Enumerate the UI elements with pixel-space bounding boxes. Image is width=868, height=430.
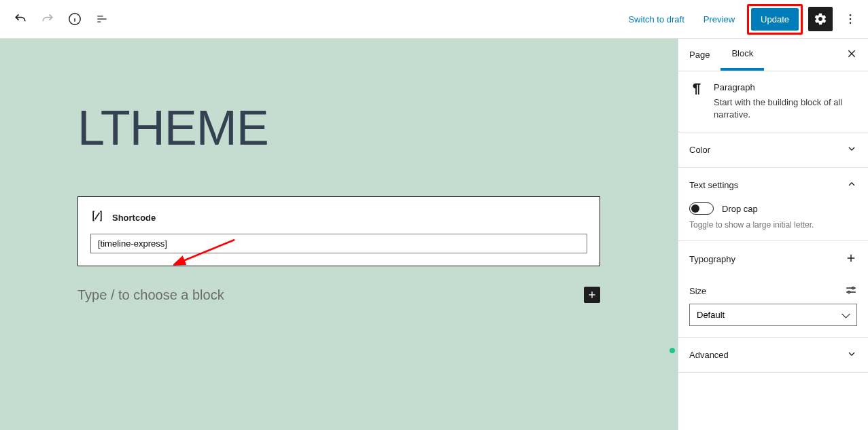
redo-button (35, 7, 60, 31)
undo-button[interactable] (8, 7, 33, 31)
more-options-button[interactable] (838, 7, 863, 31)
block-type-title: Paragraph (714, 82, 857, 92)
svg-point-6 (850, 14, 852, 16)
block-placeholder[interactable]: Type / to choose a block (77, 287, 224, 303)
switch-to-draft-button[interactable]: Switch to draft (621, 9, 691, 30)
update-button[interactable]: Update (751, 8, 799, 31)
tab-page[interactable]: Page (678, 40, 721, 69)
typography-panel-toggle[interactable]: Typography (678, 241, 868, 277)
add-block-button[interactable] (584, 287, 600, 303)
shortcode-input[interactable] (90, 234, 587, 253)
sliders-icon[interactable] (845, 284, 857, 298)
shortcode-icon (90, 209, 104, 226)
info-button[interactable] (63, 7, 87, 31)
status-indicator-dot (670, 348, 675, 353)
svg-point-7 (850, 18, 852, 20)
update-highlight-annotation: Update (747, 4, 803, 35)
shortcode-block[interactable]: Shortcode (77, 196, 600, 266)
size-select[interactable]: Default (689, 304, 857, 326)
drop-cap-toggle[interactable] (689, 202, 714, 215)
block-type-description: Start with the building block of all nar… (714, 96, 857, 121)
svg-point-20 (848, 291, 850, 293)
paragraph-icon (689, 82, 704, 121)
plus-icon (845, 252, 857, 266)
settings-sidebar: Page Block Paragraph Start with the buil… (678, 39, 868, 430)
svg-point-18 (852, 287, 854, 289)
advanced-panel-toggle[interactable]: Advanced (678, 338, 868, 373)
chevron-up-icon (846, 179, 857, 192)
svg-line-9 (95, 213, 100, 219)
svg-point-8 (850, 22, 852, 24)
drop-cap-help: Toggle to show a large initial letter. (689, 220, 857, 230)
editor-canvas[interactable]: LTHEME Shortcode Type / to choose a bloc… (0, 39, 678, 430)
color-panel-toggle[interactable]: Color (678, 132, 868, 168)
chevron-down-icon (846, 143, 857, 156)
tab-block[interactable]: Block (721, 39, 764, 71)
page-title[interactable]: LTHEME (0, 39, 678, 196)
preview-button[interactable]: Preview (697, 9, 742, 30)
color-panel-label: Color (689, 145, 710, 155)
shortcode-label: Shortcode (112, 213, 156, 223)
drop-cap-label: Drop cap (722, 204, 758, 214)
close-sidebar-button[interactable] (835, 40, 868, 70)
size-label: Size (689, 286, 706, 296)
text-settings-panel-toggle[interactable]: Text settings (678, 168, 868, 202)
advanced-label: Advanced (689, 350, 729, 360)
outline-button[interactable] (90, 7, 114, 31)
text-settings-label: Text settings (689, 180, 738, 190)
chevron-down-icon (846, 348, 857, 361)
editor-topbar: Switch to draft Preview Update (0, 0, 868, 39)
settings-button[interactable] (808, 7, 833, 31)
typography-label: Typography (689, 254, 735, 264)
